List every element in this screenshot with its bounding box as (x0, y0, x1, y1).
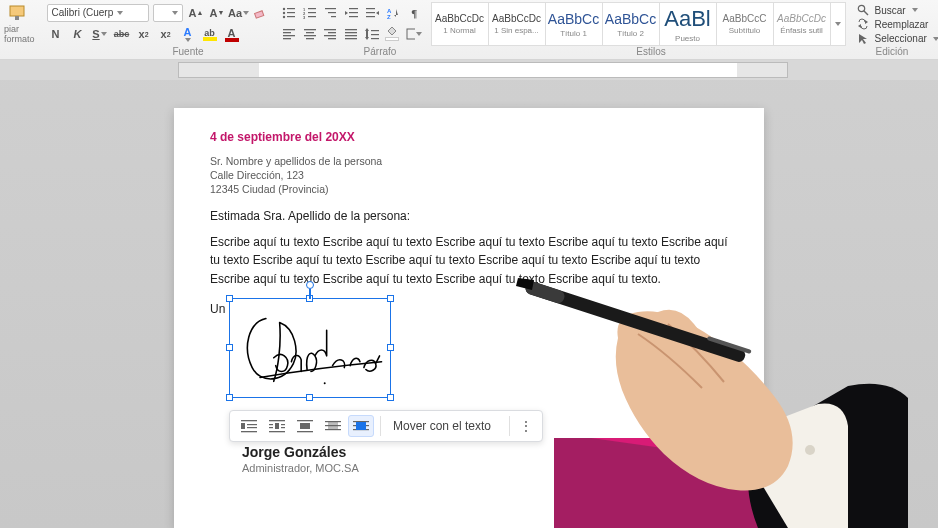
resize-handle-br[interactable] (387, 394, 394, 401)
line-spacing-button[interactable] (363, 25, 380, 43)
resize-handle-bl[interactable] (226, 394, 233, 401)
indent-increase-button[interactable] (364, 4, 381, 22)
wrap-square-button[interactable] (264, 415, 290, 437)
svg-rect-69 (269, 431, 285, 432)
svg-marker-28 (394, 9, 398, 17)
borders-button[interactable] (405, 25, 423, 43)
svg-rect-12 (308, 12, 316, 13)
signer-name[interactable]: Jorge Gonzáles (242, 444, 346, 460)
numbering-button[interactable]: 123 (301, 4, 318, 22)
bullets-icon (282, 7, 296, 19)
style-heading2[interactable]: AaBbCcTítulo 2 (602, 2, 660, 46)
svg-rect-74 (325, 421, 341, 422)
letter-date[interactable]: 4 de septiembre del 20XX (210, 130, 728, 144)
svg-rect-20 (349, 16, 358, 17)
svg-rect-17 (331, 16, 336, 17)
align-left-button[interactable] (281, 25, 298, 43)
svg-rect-59 (241, 423, 245, 429)
wrap-break-button[interactable] (292, 415, 318, 437)
svg-rect-64 (275, 423, 279, 429)
style-normal[interactable]: AaBbCcDc1 Normal (431, 2, 489, 46)
align-center-button[interactable] (301, 25, 318, 43)
change-case-button[interactable]: Aa (229, 4, 247, 22)
svg-rect-43 (345, 35, 357, 36)
resize-handle-tl[interactable] (226, 295, 233, 302)
resize-handle-tr[interactable] (387, 295, 394, 302)
resize-handle-r[interactable] (387, 344, 394, 351)
svg-rect-62 (241, 431, 257, 432)
highlight-button[interactable]: ab (201, 25, 219, 43)
align-right-icon (324, 28, 336, 40)
svg-rect-35 (304, 35, 316, 36)
wrap-front-button[interactable] (348, 415, 374, 437)
signer-title[interactable]: Administrador, MOC.SA (242, 462, 359, 474)
resize-handle-b[interactable] (306, 394, 313, 401)
underline-button[interactable]: S (91, 25, 109, 43)
italic-button[interactable]: K (69, 25, 87, 43)
style-heading1[interactable]: AaBbCcTítulo 1 (545, 2, 603, 46)
shrink-font-button[interactable]: A▼ (208, 4, 225, 22)
shading-button[interactable] (384, 25, 401, 43)
multilevel-button[interactable] (322, 4, 339, 22)
svg-rect-33 (304, 29, 316, 30)
subscript-button[interactable]: x2 (135, 25, 153, 43)
more-options-button[interactable]: ⋮ (516, 419, 536, 433)
style-no-spacing[interactable]: AaBbCcDc1 Sin espa... (488, 2, 546, 46)
align-left-icon (283, 28, 295, 40)
font-size-select[interactable] (153, 4, 184, 22)
bullets-button[interactable] (281, 4, 298, 22)
svg-rect-68 (281, 427, 285, 428)
body-paragraph[interactable]: Escribe aquí tu texto Escribe aquí tu te… (210, 233, 728, 289)
document-page[interactable]: 4 de septiembre del 20XX Sr. Nombre y ap… (174, 108, 764, 528)
align-right-button[interactable] (322, 25, 339, 43)
svg-rect-36 (306, 38, 314, 39)
style-title[interactable]: AaBlPuesto (659, 2, 717, 46)
styles-gallery[interactable]: AaBbCcDc1 Normal AaBbCcDc1 Sin espa... A… (431, 2, 845, 45)
style-emphasis[interactable]: AaBbCcDcÉnfasis sutil (773, 2, 831, 46)
replace-button[interactable]: Reemplazar (857, 18, 938, 30)
style-subtitle[interactable]: AaBbCcCSubtítulo (716, 2, 774, 46)
move-with-text-dropdown[interactable]: Mover con el texto (387, 419, 503, 433)
strike-button[interactable]: abc (113, 25, 131, 43)
styles-expand-button[interactable] (830, 2, 846, 46)
signature-image-selected[interactable] (229, 298, 391, 398)
svg-rect-71 (300, 423, 310, 429)
format-painter-icon[interactable] (6, 4, 32, 22)
font-color-button[interactable]: A (223, 25, 241, 43)
show-marks-button[interactable]: ¶ (406, 4, 423, 22)
text-effects-button[interactable]: A (179, 25, 197, 43)
superscript-button[interactable]: x2 (157, 25, 175, 43)
horizontal-ruler[interactable] (178, 62, 788, 78)
resize-handle-l[interactable] (226, 344, 233, 351)
wrap-behind-button[interactable] (320, 415, 346, 437)
sort-icon: AZ (387, 7, 399, 19)
svg-rect-39 (324, 35, 336, 36)
svg-rect-48 (371, 30, 379, 31)
sort-button[interactable]: AZ (385, 4, 402, 22)
svg-marker-54 (865, 20, 868, 24)
signature-drawing (230, 299, 390, 397)
indent-decrease-button[interactable] (343, 4, 360, 22)
svg-rect-42 (345, 32, 357, 33)
svg-point-3 (283, 8, 285, 10)
toolbar-divider (509, 416, 510, 436)
image-rotate-handle[interactable] (306, 281, 314, 289)
grow-font-button[interactable]: A▲ (187, 4, 204, 22)
svg-rect-60 (247, 424, 257, 425)
svg-marker-21 (345, 11, 348, 15)
clear-format-button[interactable] (251, 4, 268, 22)
font-family-select[interactable]: Calibri (Cuerp (47, 4, 149, 22)
recipient-address[interactable]: Sr. Nombre y apellidos de la persona Cal… (210, 154, 728, 197)
svg-rect-38 (328, 32, 336, 33)
svg-point-7 (283, 16, 285, 18)
select-button[interactable]: Seleccionar (857, 33, 938, 45)
find-button[interactable]: Buscar (857, 4, 938, 16)
bold-button[interactable]: N (47, 25, 65, 43)
wrap-inline-button[interactable] (236, 415, 262, 437)
svg-text:3: 3 (303, 15, 306, 19)
svg-rect-70 (297, 420, 313, 421)
justify-button[interactable] (343, 25, 360, 43)
svg-marker-47 (365, 37, 369, 40)
svg-rect-30 (283, 32, 291, 33)
salutation[interactable]: Estimada Sra. Apellido de la persona: (210, 209, 728, 223)
